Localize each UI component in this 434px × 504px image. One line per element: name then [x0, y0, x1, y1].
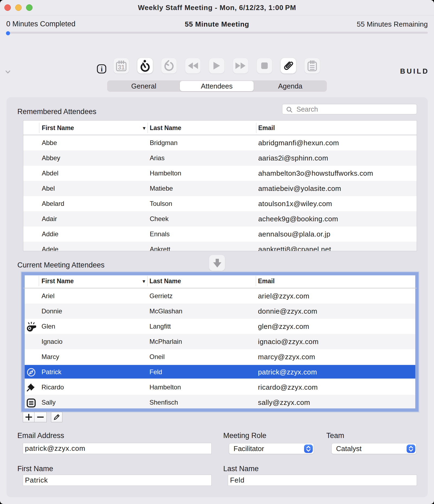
svg-text:i: i	[101, 65, 103, 73]
svg-text:31: 31	[118, 64, 125, 71]
